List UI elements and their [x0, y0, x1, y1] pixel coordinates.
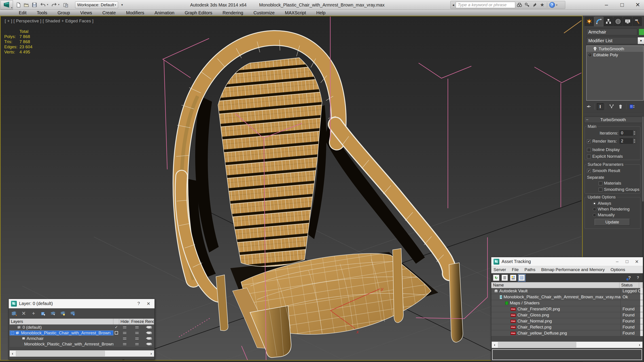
freeze-toggle[interactable]: [130, 338, 144, 340]
scroll-left-icon[interactable]: ‹: [492, 343, 498, 347]
spinner-up-icon[interactable]: ▲: [633, 139, 636, 141]
scroll-right-icon[interactable]: ›: [636, 343, 642, 347]
redo-dropdown-caret[interactable]: ▾: [58, 3, 60, 6]
toolbar-overflow-button[interactable]: ▼: [120, 1, 125, 8]
layer-dialog-titlebar[interactable]: Layer: 0 (default) ? ✕: [9, 299, 154, 308]
menu-server[interactable]: Server: [494, 267, 506, 272]
hide-unhide-layer-button[interactable]: [60, 311, 66, 316]
properties-view-button[interactable]: [510, 275, 516, 281]
search-button[interactable]: [516, 1, 523, 8]
render-iters-checkbox[interactable]: ✓: [587, 139, 591, 143]
table-view-button[interactable]: [518, 275, 525, 281]
new-file-button[interactable]: [15, 1, 22, 8]
close-button[interactable]: ✕: [633, 0, 643, 9]
manually-radio[interactable]: [593, 213, 596, 217]
smooth-result-checkbox[interactable]: ✓: [587, 169, 591, 173]
layer-row-monoblock-object[interactable]: Monoblock_Plastic_Chair_with_Armrest_Bro…: [10, 341, 154, 347]
help-dropdown-caret[interactable]: ▾: [556, 3, 558, 6]
scroll-left-icon[interactable]: ‹: [10, 351, 16, 356]
select-objects-button[interactable]: [40, 311, 46, 316]
window-minimize-button[interactable]: –: [613, 258, 621, 265]
spinner-down-icon[interactable]: ▼: [633, 133, 636, 135]
layer-row-armchair[interactable]: Armchair: [10, 336, 154, 341]
materials-checkbox[interactable]: [598, 181, 602, 185]
iterations-spinner[interactable]: ▲ ▼: [632, 130, 636, 136]
asset-row-maps-shaders[interactable]: Maps / Shaders: [491, 300, 643, 306]
armchair-model[interactable]: [176, 38, 463, 358]
panel-scrollbar-thumb[interactable]: [642, 117, 644, 202]
maximize-button[interactable]: □: [617, 0, 627, 9]
asset-tracking-titlebar[interactable]: Asset Tracking – □ ✕: [491, 257, 643, 266]
menu-bitmap-performance[interactable]: Bitmap Performance and Memory: [541, 267, 605, 272]
asset-row-fresnel[interactable]: PNGChair_FresnelIOR.png Found: [491, 306, 643, 312]
dialog-close-button[interactable]: ✕: [145, 300, 152, 307]
viewport-label[interactable]: [ + ] [ Perspective ] [ Shaded + Edged F…: [5, 18, 94, 23]
scroll-right-icon[interactable]: ›: [148, 351, 154, 356]
whats-this-button[interactable]: ?: [635, 275, 641, 281]
make-unique-button[interactable]: [608, 103, 615, 110]
menu-customize[interactable]: Customize: [254, 10, 274, 15]
col-freeze[interactable]: Freeze: [130, 319, 144, 325]
explicit-normals-checkbox[interactable]: [587, 155, 591, 158]
layer-hscrollbar[interactable]: ‹ ›: [10, 350, 154, 357]
object-color-swatch[interactable]: [639, 28, 644, 35]
layer-table-header[interactable]: Layers Hide Freeze Render: [10, 319, 154, 325]
window-maximize-button[interactable]: □: [623, 258, 631, 265]
refresh-button[interactable]: ↻: [493, 275, 499, 281]
menu-animation[interactable]: Animation: [154, 10, 174, 15]
asset-row-diffuse[interactable]: PNGChair_yellow_Deffuse.png Found: [491, 330, 643, 336]
menu-options[interactable]: Options: [610, 267, 625, 272]
tab-hierarchy[interactable]: [604, 17, 613, 26]
favorites-button[interactable]: ★: [539, 1, 546, 8]
freeze-toggle[interactable]: [130, 343, 144, 345]
select-layer-button[interactable]: [50, 311, 56, 316]
hide-toggle[interactable]: [119, 338, 130, 340]
menu-modifiers[interactable]: Modifiers: [126, 10, 144, 15]
always-radio[interactable]: [593, 202, 596, 205]
menu-paths[interactable]: Paths: [524, 267, 536, 272]
col-hide[interactable]: Hide: [119, 319, 130, 325]
set-current-toggle[interactable]: [113, 331, 119, 335]
pin-stack-button[interactable]: [586, 103, 592, 110]
render-iters-field[interactable]: 2: [620, 138, 632, 144]
col-layers[interactable]: Layers: [10, 319, 113, 325]
render-toggle[interactable]: [144, 343, 154, 345]
render-toggle[interactable]: [144, 337, 154, 340]
menu-graph-editors[interactable]: Graph Editors: [185, 10, 212, 15]
asset-row-vault[interactable]: Autodesk Vault Logged Out: [491, 288, 643, 294]
subscription-button[interactable]: [524, 1, 530, 8]
asset-row-reflect[interactable]: PNGChair_Reflect.png Found: [491, 324, 643, 330]
asset-row-normal[interactable]: PNGChair_Normal.png Found: [491, 318, 643, 324]
render-toggle[interactable]: [144, 332, 154, 334]
search-input[interactable]: [456, 2, 515, 8]
spinner-up-icon[interactable]: ▲: [633, 130, 636, 133]
freeze-toggle[interactable]: [130, 327, 144, 328]
menu-maxscript[interactable]: MAXScript: [285, 10, 306, 15]
update-button[interactable]: Update: [594, 219, 630, 225]
isoline-display-checkbox[interactable]: [587, 148, 591, 152]
layer-row-monoblock[interactable]: − Monoblock_Plastic_Chair_with_Armrest_B…: [10, 330, 154, 336]
menu-group[interactable]: Group: [58, 10, 70, 15]
dialog-help-button[interactable]: ?: [135, 300, 142, 307]
menu-help[interactable]: Help: [316, 10, 326, 15]
add-to-layer-button[interactable]: +: [31, 311, 36, 316]
workspace-selector[interactable]: Workspace: Default ▾: [75, 1, 118, 8]
vertical-scrollbar[interactable]: [640, 312, 643, 318]
vertical-scrollbar[interactable]: [640, 294, 643, 300]
vertical-scrollbar[interactable]: [640, 288, 643, 294]
render-iters-spinner[interactable]: ▲ ▼: [632, 138, 636, 144]
rollout-turbosmooth-header[interactable]: − TurboSmooth: [584, 117, 642, 123]
iterations-field[interactable]: 0: [620, 130, 632, 136]
create-new-layer-button[interactable]: ✶: [11, 311, 17, 316]
tab-create[interactable]: [584, 17, 594, 26]
show-end-result-button[interactable]: I: [597, 103, 604, 110]
tab-modify[interactable]: [594, 16, 603, 26]
asset-row-gloss[interactable]: PNGChair_Gloss.png Found: [491, 312, 643, 318]
hide-toggle[interactable]: [119, 327, 130, 328]
layer-dialog[interactable]: Layer: 0 (default) ? ✕ ✶ ✕ +: [8, 299, 155, 360]
menu-edit[interactable]: Edit: [19, 10, 26, 15]
vertical-scrollbar[interactable]: [640, 324, 643, 330]
smoothing-groups-checkbox[interactable]: [598, 188, 602, 192]
layer-row-default[interactable]: 0 (default) ✓: [10, 325, 154, 330]
configure-modifier-sets-button[interactable]: [628, 103, 635, 110]
